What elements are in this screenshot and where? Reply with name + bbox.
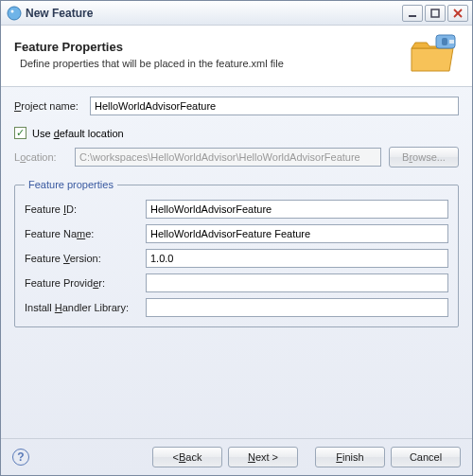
install-handler-input[interactable] <box>146 298 448 317</box>
titlebar: New Feature <box>1 1 472 26</box>
maximize-button[interactable] <box>425 5 446 22</box>
banner-title: Feature Properties <box>14 40 408 54</box>
use-default-label: Use default location <box>32 128 124 139</box>
app-icon <box>7 6 22 21</box>
close-button[interactable] <box>447 5 468 22</box>
project-name-label: Project name: <box>14 100 90 112</box>
feature-name-label: Feature Name: <box>25 228 146 239</box>
svg-point-0 <box>8 7 21 20</box>
cancel-button[interactable]: Cancel <box>391 447 461 467</box>
feature-version-label: Feature Version: <box>25 253 146 264</box>
footer: ? < Back Next > Finish Cancel <box>1 438 472 475</box>
feature-folder-icon <box>408 33 459 75</box>
use-default-checkbox[interactable]: ✓ <box>14 127 26 139</box>
feature-name-input[interactable] <box>146 224 448 243</box>
content-area: Project name: ✓ Use default location Loc… <box>1 87 472 438</box>
banner: Feature Properties Define properties tha… <box>1 26 472 87</box>
project-name-input[interactable] <box>90 97 459 115</box>
location-input <box>75 148 381 167</box>
svg-rect-7 <box>442 38 447 45</box>
feature-id-input[interactable] <box>146 200 448 219</box>
banner-description: Define properties that will be placed in… <box>14 58 408 69</box>
svg-rect-2 <box>409 15 416 17</box>
install-handler-label: Install Handler Library: <box>25 302 146 313</box>
feature-properties-group: Feature properties Feature ID: Feature N… <box>14 179 459 327</box>
next-button[interactable]: Next > <box>228 447 298 467</box>
finish-button[interactable]: Finish <box>315 447 385 467</box>
svg-rect-3 <box>431 9 439 17</box>
svg-point-1 <box>11 9 14 12</box>
location-label: Location: <box>14 151 67 163</box>
location-row: Location: Browse... <box>14 147 459 167</box>
browse-button: Browse... <box>389 147 459 167</box>
minimize-button[interactable] <box>402 5 423 22</box>
feature-id-label: Feature ID: <box>25 203 146 215</box>
feature-provider-label: Feature Provider: <box>25 277 146 289</box>
svg-rect-8 <box>449 40 454 44</box>
group-legend: Feature properties <box>25 179 117 190</box>
help-icon[interactable]: ? <box>12 449 29 466</box>
project-name-row: Project name: <box>14 97 459 115</box>
feature-provider-input[interactable] <box>146 273 448 292</box>
use-default-row: ✓ Use default location <box>14 127 459 139</box>
window-title: New Feature <box>26 7 400 20</box>
feature-version-input[interactable] <box>146 249 448 268</box>
back-button[interactable]: < Back <box>152 447 222 467</box>
dialog-window: New Feature Feature Properties Define pr… <box>0 0 473 476</box>
